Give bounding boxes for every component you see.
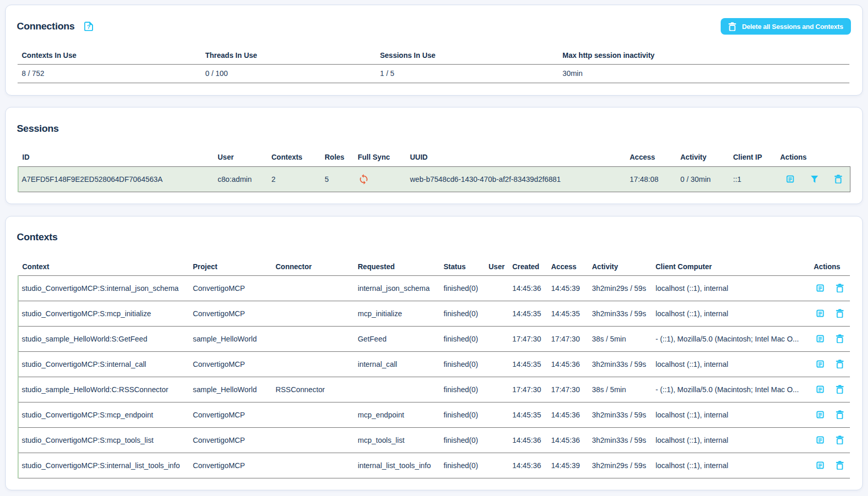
svg-text:?: ? — [87, 24, 90, 30]
